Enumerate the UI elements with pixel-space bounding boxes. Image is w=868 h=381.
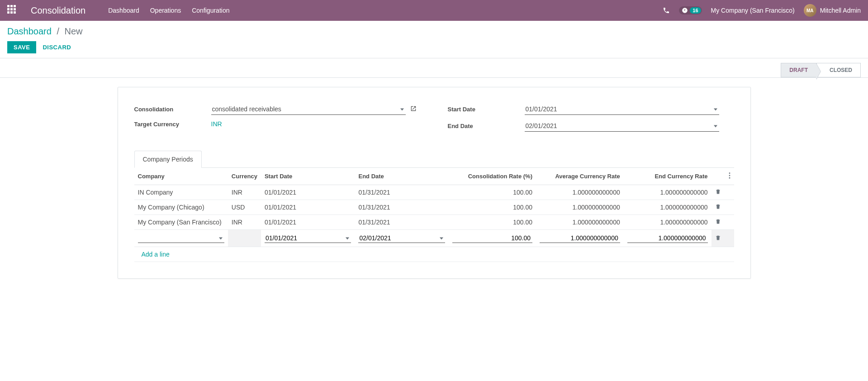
form-fields: Consolidation Target Currency INR Sta — [134, 104, 734, 137]
clock-icon — [682, 7, 688, 14]
company-selector[interactable]: My Company (San Francisco) — [711, 7, 795, 14]
nav-configuration[interactable]: Configuration — [192, 7, 229, 14]
col-end-date[interactable]: End Date — [355, 168, 449, 185]
cell-currency: INR — [228, 185, 261, 200]
cell-start-date: 01/01/2021 — [261, 200, 355, 215]
table-row[interactable]: My Company (San Francisco)INR01/01/20210… — [134, 215, 734, 230]
col-currency[interactable]: Currency — [228, 168, 261, 185]
breadcrumb-separator: / — [57, 26, 59, 36]
delete-row-button[interactable] — [711, 215, 725, 230]
status-bar: DRAFT CLOSED — [0, 58, 868, 78]
status-closed[interactable]: CLOSED — [816, 63, 861, 77]
tabs: Company Periods Company Currency Start D… — [134, 151, 734, 262]
delete-row-button[interactable] — [711, 200, 725, 215]
col-company[interactable]: Company — [134, 168, 228, 185]
cell-start-date: 01/01/2021 — [261, 215, 355, 230]
consolidation-input[interactable] — [211, 104, 406, 115]
table-options-icon[interactable] — [725, 168, 734, 185]
label-target-currency: Target Currency — [134, 121, 211, 128]
edit-avg-input[interactable] — [540, 233, 620, 243]
cell-end: 1.000000000000 — [624, 200, 711, 215]
apps-icon[interactable] — [7, 5, 18, 16]
add-line-button[interactable]: Add a line — [138, 246, 173, 262]
edit-end-date-input[interactable] — [358, 233, 445, 243]
notification-count: 16 — [690, 7, 701, 14]
external-link-icon[interactable] — [410, 105, 417, 113]
col-delete — [711, 168, 725, 185]
edit-end-input[interactable] — [627, 233, 708, 243]
col-start-date[interactable]: Start Date — [261, 168, 355, 185]
form-sheet: Consolidation Target Currency INR Sta — [118, 87, 751, 279]
svg-point-2 — [729, 177, 730, 179]
cell-end: 1.000000000000 — [624, 215, 711, 230]
cell-end-date: 01/31/2021 — [355, 200, 449, 215]
edit-rate-input[interactable] — [452, 233, 532, 243]
label-consolidation: Consolidation — [134, 106, 211, 113]
top-navbar: Consolidation Dashboard Operations Confi… — [0, 0, 868, 21]
status-draft[interactable]: DRAFT — [781, 63, 816, 77]
delete-row-button[interactable] — [711, 230, 725, 247]
control-panel: Dashboard / New SAVE DISCARD — [0, 21, 868, 58]
nav-right: 16 My Company (San Francisco) MA Mitchel… — [663, 4, 861, 17]
col-end-rate[interactable]: End Currency Rate — [624, 168, 711, 185]
edit-start-date-input[interactable] — [265, 233, 351, 243]
cell-end-date: 01/31/2021 — [355, 185, 449, 200]
target-currency-link[interactable]: INR — [211, 120, 222, 128]
cell-avg: 1.000000000000 — [536, 185, 624, 200]
nav-operations[interactable]: Operations — [150, 7, 181, 14]
cell-rate: 100.00 — [449, 185, 536, 200]
breadcrumb-current: New — [65, 26, 83, 36]
svg-point-0 — [729, 172, 730, 174]
col-avg-rate[interactable]: Average Currency Rate — [536, 168, 624, 185]
company-periods-table: Company Currency Start Date End Date Con… — [134, 168, 734, 262]
app-brand: Consolidation — [31, 5, 85, 16]
table-edit-row[interactable] — [134, 230, 734, 247]
user-name: Mitchell Admin — [820, 7, 861, 14]
label-end-date: End Date — [448, 123, 525, 129]
table-row[interactable]: My Company (Chicago)USD01/01/202101/31/2… — [134, 200, 734, 215]
user-avatar: MA — [804, 4, 816, 17]
col-consolidation-rate[interactable]: Consolidation Rate (%) — [449, 168, 536, 185]
user-menu[interactable]: MA Mitchell Admin — [804, 4, 861, 17]
cell-end-date: 01/31/2021 — [355, 215, 449, 230]
cell-start-date: 01/01/2021 — [261, 185, 355, 200]
table-row[interactable]: IN CompanyINR01/01/202101/31/2021100.001… — [134, 185, 734, 200]
cell-currency: INR — [228, 215, 261, 230]
end-date-input[interactable] — [525, 120, 719, 132]
breadcrumb-root[interactable]: Dashboard — [7, 26, 52, 36]
nav-menu: Dashboard Operations Configuration — [108, 7, 663, 14]
breadcrumb: Dashboard / New — [7, 26, 861, 37]
edit-currency-cell — [228, 230, 261, 247]
phone-icon[interactable] — [663, 7, 670, 14]
delete-row-button[interactable] — [711, 185, 725, 200]
cell-avg: 1.000000000000 — [536, 215, 624, 230]
cell-rate: 100.00 — [449, 200, 536, 215]
cell-company: IN Company — [134, 185, 228, 200]
cell-currency: USD — [228, 200, 261, 215]
edit-company-input[interactable] — [138, 233, 224, 243]
label-start-date: Start Date — [448, 106, 525, 113]
cell-end: 1.000000000000 — [624, 185, 711, 200]
cell-avg: 1.000000000000 — [536, 200, 624, 215]
cell-company: My Company (San Francisco) — [134, 215, 228, 230]
nav-dashboard[interactable]: Dashboard — [108, 7, 139, 14]
notification-button[interactable]: 16 — [679, 6, 702, 14]
tab-company-periods[interactable]: Company Periods — [134, 151, 202, 168]
control-buttons: SAVE DISCARD — [7, 41, 861, 53]
cell-rate: 100.00 — [449, 215, 536, 230]
svg-point-1 — [729, 175, 730, 176]
cell-company: My Company (Chicago) — [134, 200, 228, 215]
discard-button[interactable]: DISCARD — [43, 44, 71, 51]
save-button[interactable]: SAVE — [7, 41, 36, 53]
form-sheet-background: Consolidation Target Currency INR Sta — [0, 78, 868, 381]
start-date-input[interactable] — [525, 104, 719, 115]
